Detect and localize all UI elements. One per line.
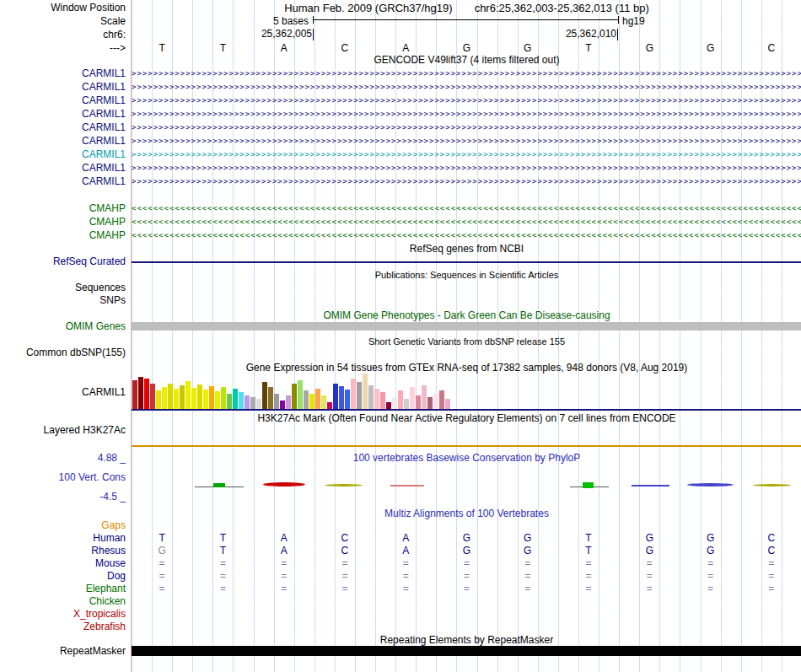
multiz-row-dog[interactable]: =========== <box>132 570 801 583</box>
gtex-tissue-bar-17 <box>227 394 232 409</box>
align-cell-rhesus-8: T <box>585 545 591 557</box>
snps-label[interactable]: SNPs <box>99 294 126 306</box>
gene-label-carmil1[interactable]: CARMIL1 <box>82 81 126 93</box>
gene-row-carmil1[interactable]: >>>>>>>>>>>>>>>>>>>>>>>>>>>>>>>>>>>>>>>>… <box>132 121 801 134</box>
gene-label-carmil1[interactable]: CARMIL1 <box>82 67 126 79</box>
gene-label-cmahp[interactable]: CMAHP <box>89 229 126 241</box>
multiz-row-human[interactable]: TTACAGGTGGC <box>132 532 801 545</box>
track-title-multiz-alignments-of-100-vertebrates[interactable]: Multiz Alignments of 100 Vertebrates <box>132 508 801 519</box>
track-title-refseq-genes-from-ncbi[interactable]: RefSeq genes from NCBI <box>132 243 801 255</box>
gene-label-cmahp[interactable]: CMAHP <box>89 216 126 228</box>
repeatmasker-bar[interactable] <box>132 646 801 656</box>
repeatmasker-label[interactable]: RepeatMasker <box>60 645 126 657</box>
track-title-h3k27ac-mark-often-found-near-active-reg[interactable]: H3K27Ac Mark (Often Found Near Active Re… <box>132 412 801 424</box>
gtex-gene-label[interactable]: CARMIL1 <box>82 386 126 398</box>
phylop-conservation-marks[interactable] <box>132 472 801 497</box>
track-title-omim-gene-phenotypes-dark-green-can-be-d[interactable]: OMIM Gene Phenotypes - Dark Green Can Be… <box>132 309 801 321</box>
browser-track-area[interactable]: Human Feb. 2009 (GRCh37/hg19) chr6:25,36… <box>131 0 801 672</box>
species-label-rhesus[interactable]: Rhesus <box>91 545 126 556</box>
align-cell-mouse-6: = <box>464 557 470 570</box>
align-cell-dog-6: = <box>464 570 470 583</box>
track-title-repeating-elements-by-repeatmasker[interactable]: Repeating Elements by RepeatMasker <box>132 634 801 646</box>
align-cell-rhesus-3: A <box>281 545 288 557</box>
align-cell-elephant-4: = <box>341 583 347 595</box>
align-cell-dog-5: = <box>403 570 409 583</box>
gtex-baseline <box>132 409 801 411</box>
gene-row-carmil1[interactable]: >>>>>>>>>>>>>>>>>>>>>>>>>>>>>>>>>>>>>>>>… <box>132 67 801 80</box>
align-cell-human-11: C <box>768 532 776 545</box>
common-dbsnp-label[interactable]: Common dbSNP(155) <box>26 347 126 358</box>
multiz-row-mouse[interactable]: =========== <box>132 557 801 570</box>
species-label-gaps[interactable]: Gaps <box>101 519 126 531</box>
align-cell-human-3: A <box>281 532 288 545</box>
gtex-tissue-bar-10 <box>185 381 191 409</box>
gene-label-carmil1[interactable]: CARMIL1 <box>82 135 126 147</box>
gtex-tissue-bar-31 <box>309 394 314 409</box>
species-label-x-tropicalis[interactable]: X_tropicalis <box>73 608 126 620</box>
species-label-human[interactable]: Human <box>93 532 126 544</box>
refseq-curated-label[interactable]: RefSeq Curated <box>53 255 126 267</box>
gene-row-cmahp[interactable]: <<<<<<<<<<<<<<<<<<<<<<<<<<<<<<<<<<<<<<<<… <box>132 228 801 242</box>
species-label-zebrafish[interactable]: Zebrafish <box>83 621 126 632</box>
gene-row-carmil1[interactable]: >>>>>>>>>>>>>>>>>>>>>>>>>>>>>>>>>>>>>>>>… <box>132 175 801 188</box>
refseq-curated-line[interactable] <box>132 261 801 263</box>
omim-genes-bar[interactable] <box>132 322 801 331</box>
species-label-mouse[interactable]: Mouse <box>95 557 126 569</box>
vert-cons-label[interactable]: 100 Vert. Cons <box>59 471 126 483</box>
gene-row-cmahp[interactable]: <<<<<<<<<<<<<<<<<<<<<<<<<<<<<<<<<<<<<<<<… <box>132 215 801 228</box>
phylop-mark-8 <box>632 485 669 487</box>
gene-label-carmil1[interactable]: CARMIL1 <box>82 94 126 106</box>
gene-label-carmil1[interactable]: CARMIL1 <box>82 121 126 133</box>
gtex-tissue-bar-28 <box>292 384 297 409</box>
omim-genes-label[interactable]: OMIM Genes <box>66 320 126 332</box>
align-cell-human-2: T <box>220 532 226 545</box>
gene-row-cmahp[interactable]: <<<<<<<<<<<<<<<<<<<<<<<<<<<<<<<<<<<<<<<<… <box>132 202 801 215</box>
align-cell-elephant-10: = <box>707 583 713 595</box>
align-cell-elephant-6: = <box>464 583 470 595</box>
track-title-gene-expression-in-54-tissues-from-gtex-[interactable]: Gene Expression in 54 tissues from GTEx … <box>132 362 801 374</box>
gtex-tissue-bar-39 <box>357 382 362 409</box>
gene-label-carmil1[interactable]: CARMIL1 <box>82 108 126 120</box>
align-cell-rhesus-2: T <box>220 545 226 557</box>
gtex-tissue-bar-13 <box>203 390 208 409</box>
gtex-tissue-bar-33 <box>321 395 326 409</box>
align-cell-dog-9: = <box>647 570 653 583</box>
multiz-row-zebrafish[interactable] <box>132 621 801 633</box>
multiz-row-x-tropicalis[interactable] <box>132 608 801 621</box>
multiz-row-rhesus[interactable]: GTACAGGTGGC <box>132 545 801 557</box>
track-title-100-vertebrates-basewise-conservation-by[interactable]: 100 vertebrates Basewise Conservation by… <box>132 452 801 464</box>
align-cell-mouse-11: = <box>768 557 774 570</box>
species-label-dog[interactable]: Dog <box>107 570 126 582</box>
species-label-chicken[interactable]: Chicken <box>89 595 126 607</box>
species-label-elephant[interactable]: Elephant <box>86 583 126 594</box>
gene-label-carmil1[interactable]: CARMIL1 <box>82 148 126 160</box>
gene-row-carmil1[interactable]: >>>>>>>>>>>>>>>>>>>>>>>>>>>>>>>>>>>>>>>>… <box>132 148 801 161</box>
sequence-base-5: A <box>402 42 409 54</box>
track-title-short-genetic-variants-from-dbsnp-releas[interactable]: Short Genetic Variants from dbSNP releas… <box>132 336 801 347</box>
track-title-publications-sequences-in-scientific-art[interactable]: Publications: Sequences in Scientific Ar… <box>132 269 801 281</box>
h3k27ac-signal-line[interactable] <box>132 445 801 447</box>
multiz-row-chicken[interactable] <box>132 595 801 608</box>
align-cell-elephant-5: = <box>403 583 409 595</box>
gene-label-cmahp[interactable]: CMAHP <box>89 202 126 214</box>
gene-row-carmil1[interactable]: >>>>>>>>>>>>>>>>>>>>>>>>>>>>>>>>>>>>>>>>… <box>132 161 801 175</box>
align-cell-mouse-1: = <box>159 557 165 570</box>
align-cell-dog-2: = <box>220 570 226 583</box>
align-cell-human-4: C <box>341 532 349 545</box>
multiz-row-elephant[interactable]: =========== <box>132 583 801 595</box>
gtex-tissue-bar-50 <box>422 385 427 409</box>
gene-row-carmil1[interactable]: >>>>>>>>>>>>>>>>>>>>>>>>>>>>>>>>>>>>>>>>… <box>132 94 801 107</box>
sequences-label[interactable]: Sequences <box>75 282 126 293</box>
track-title-gencode-v49lift37-4-items-filtered-out[interactable]: GENCODE V49lift37 (4 items filtered out) <box>132 54 801 66</box>
gtex-expression-bars[interactable] <box>132 374 451 409</box>
gene-row-carmil1[interactable]: >>>>>>>>>>>>>>>>>>>>>>>>>>>>>>>>>>>>>>>>… <box>132 80 801 94</box>
gene-label-carmil1[interactable]: CARMIL1 <box>82 162 126 174</box>
gene-label-carmil1[interactable]: CARMIL1 <box>82 175 126 187</box>
align-cell-rhesus-5: A <box>402 545 409 557</box>
gene-row-carmil1[interactable]: >>>>>>>>>>>>>>>>>>>>>>>>>>>>>>>>>>>>>>>>… <box>132 107 801 121</box>
multiz-row-gaps[interactable] <box>132 519 801 532</box>
gene-row-carmil1[interactable]: >>>>>>>>>>>>>>>>>>>>>>>>>>>>>>>>>>>>>>>>… <box>132 134 801 148</box>
gtex-tissue-bar-53 <box>439 390 444 409</box>
align-cell-dog-7: = <box>524 570 530 583</box>
layered-h3k27ac-label[interactable]: Layered H3K27Ac <box>44 424 126 436</box>
